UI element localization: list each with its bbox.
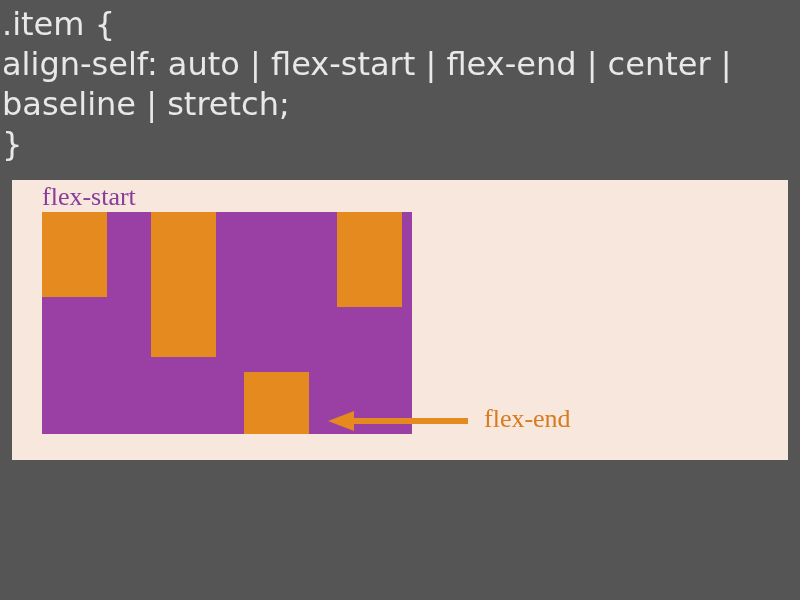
flex-container — [42, 212, 412, 434]
label-flex-start: flex-start — [42, 182, 136, 212]
flex-item-3 — [244, 372, 309, 434]
flex-item-4 — [337, 212, 402, 307]
diagram-panel: flex-start flex-end — [12, 180, 788, 460]
label-flex-end: flex-end — [484, 404, 571, 434]
css-code-block: .item { align-self: auto | flex-start | … — [0, 0, 800, 174]
code-line-2: align-self: auto | flex-start | flex-end… — [2, 44, 798, 124]
code-line-3: } — [2, 124, 798, 164]
flex-item-1 — [42, 212, 107, 297]
flex-item-2 — [151, 212, 216, 357]
code-line-1: .item { — [2, 4, 798, 44]
